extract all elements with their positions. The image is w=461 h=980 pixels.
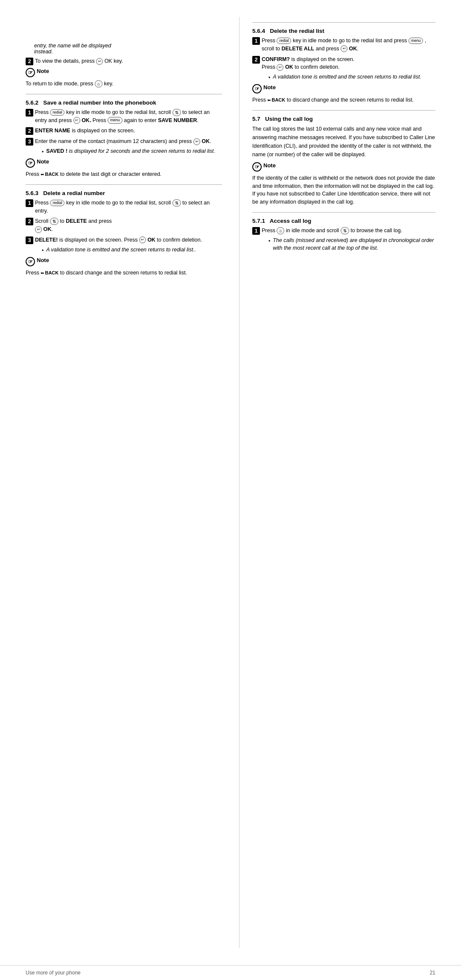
bullet-dot-3: • bbox=[268, 74, 270, 82]
section-563: 5.6.3 Delete a redial number 1 Press red… bbox=[26, 190, 222, 277]
section-57-heading: 5.7 Using the call log bbox=[252, 116, 435, 122]
s562-step1-num: 1 bbox=[26, 109, 33, 117]
footer-right: 21 bbox=[430, 970, 435, 976]
s563-bullet: • A validation tone is emitted and the s… bbox=[35, 246, 222, 254]
s564-delete-all: DELETE ALL bbox=[282, 46, 315, 52]
back-btn-2: ⬅ BACK bbox=[41, 269, 58, 277]
step-num-2: 2 bbox=[26, 58, 33, 65]
scroll-key-2: ⇅ bbox=[172, 199, 181, 207]
back-arrow-icon-2: ⬅ bbox=[41, 270, 44, 276]
s563-step3-num: 3 bbox=[26, 236, 33, 244]
note3-press: Press bbox=[26, 270, 39, 276]
s563-ok-conf: OK bbox=[147, 237, 155, 243]
s563-step2-num: 2 bbox=[26, 218, 33, 225]
s563-step1-press: Press bbox=[35, 200, 49, 206]
s562-step1-press: Press bbox=[35, 109, 49, 115]
note2-symbol: ☞ bbox=[26, 158, 35, 168]
section-571-heading: 5.7.1 Access call log bbox=[252, 218, 435, 224]
s562-step1-content: Press redial key in idle mode to go to t… bbox=[35, 108, 222, 125]
section-57-number: 5.7 bbox=[252, 116, 260, 122]
bullet-dot-4: • bbox=[268, 237, 270, 245]
divider-4 bbox=[252, 110, 435, 111]
s562-again: again to enter bbox=[124, 117, 158, 123]
section-564-number: 5.6.4 bbox=[252, 28, 265, 34]
section-563-heading: 5.6.3 Delete a redial number bbox=[26, 190, 222, 196]
s571-step1-num: 1 bbox=[252, 227, 260, 235]
s562-press: Press bbox=[93, 117, 108, 123]
note3-text: Press ⬅ BACK to discard change and the s… bbox=[26, 269, 222, 277]
note2-text: Press ⬅ BACK to delete the last digit or… bbox=[26, 170, 222, 178]
note4-press: Press bbox=[252, 97, 266, 103]
ok-circle-5: ↩ bbox=[341, 45, 347, 52]
menu-key-2: menu bbox=[408, 38, 423, 44]
ok-btn-5: ↩ bbox=[341, 45, 347, 52]
ok-circle-4: ↩ bbox=[139, 236, 146, 243]
note5-symbol: ☞ bbox=[252, 162, 262, 172]
s564-step1: 1 Press redial key in idle mode to go to… bbox=[252, 37, 435, 53]
bullet-dot-2: • bbox=[42, 247, 44, 254]
s562-ok-label: OK. bbox=[82, 117, 93, 123]
content-area: entry, the name will be displayed instea… bbox=[0, 0, 461, 965]
s564-bullet: • A validation tone is emitted and the s… bbox=[262, 73, 435, 82]
divider-3 bbox=[252, 22, 435, 23]
s562-step2: 2 ENTER NAME is displayed on the screen. bbox=[26, 127, 222, 135]
note4-symbol: ☞ bbox=[252, 84, 262, 93]
s563-delete-excl: DELETE! bbox=[35, 237, 58, 243]
s562-step2-content: ENTER NAME is displayed on the screen. bbox=[35, 127, 222, 135]
ok-circle-3: ↩ bbox=[35, 226, 42, 233]
note3-label: Note bbox=[37, 257, 49, 263]
back-label-1: BACK bbox=[45, 171, 58, 178]
section-571: 5.7.1 Access call log 1 Press ⌂ in idle … bbox=[252, 218, 435, 252]
section-564-heading: 5.6.4 Delete the redial list bbox=[252, 28, 435, 34]
s564-step2-press: Press bbox=[262, 64, 275, 70]
ok-circle-1: ↩ bbox=[73, 117, 80, 124]
s562-step1: 1 Press redial key in idle mode to go to… bbox=[26, 108, 222, 125]
s562-step3-text: Enter the name of the contact (maximum 1… bbox=[35, 138, 192, 144]
note3-text2: to discard change and the screen returns… bbox=[60, 270, 187, 276]
back-btn-3: ⬅ BACK bbox=[267, 96, 285, 104]
s563-step3-text: is displayed on the screen. Press bbox=[59, 237, 137, 243]
section-563-title: Delete a redial number bbox=[43, 190, 105, 196]
back-btn-1: ⬅ BACK bbox=[41, 171, 58, 178]
s562-step1-cont: key in idle mode to go to the redial lis… bbox=[66, 109, 172, 115]
back-label-2: BACK bbox=[45, 269, 58, 277]
bullet-dot: • bbox=[42, 148, 44, 156]
note1-text-content: To return to idle mode, press bbox=[26, 81, 93, 87]
ok-circle-icon: ↩ bbox=[96, 58, 103, 65]
s563-step1: 1 Press redial key in idle mode to go to… bbox=[26, 199, 222, 215]
s562-ok2: OK bbox=[202, 138, 210, 144]
ok-btn-3: ↩ bbox=[35, 226, 42, 233]
s563-step1-content: Press redial key in idle mode to go to t… bbox=[35, 199, 222, 215]
section-57-intro: The call log stores the last 10 external… bbox=[252, 125, 435, 159]
section-564: 5.6.4 Delete the redial list 1 Press red… bbox=[252, 22, 435, 104]
divider-1 bbox=[26, 94, 222, 94]
s562-enter-name: ENTER NAME bbox=[35, 128, 70, 134]
section-562-number: 5.6.2 bbox=[26, 99, 38, 106]
intro-line: entry, the name will be displayed instea… bbox=[26, 43, 222, 55]
s564-ok2: OK bbox=[285, 64, 293, 70]
note2-text2: to delete the last digit or character en… bbox=[60, 171, 162, 177]
s562-step2-num: 2 bbox=[26, 127, 33, 135]
menu-key-1: menu bbox=[108, 117, 123, 124]
ok-button-inline: ↩ bbox=[96, 58, 103, 65]
s563-ok-label: OK bbox=[43, 226, 51, 232]
section-562-title: Save a redial number into the phonebook bbox=[43, 99, 156, 106]
ok-circle-2: ↩ bbox=[193, 138, 200, 145]
s563-step3-end: to confirm deletion. bbox=[157, 237, 202, 243]
s564-press: Press bbox=[262, 38, 275, 44]
intro-block: entry, the name will be displayed instea… bbox=[26, 43, 222, 88]
s564-confirm: CONFIRM? bbox=[262, 56, 290, 62]
s564-step2-num: 2 bbox=[252, 56, 260, 64]
intro-line1: entry, the name will be displayed bbox=[34, 43, 111, 49]
note4-row: ☞ Note bbox=[252, 84, 435, 93]
s564-step2-end: to confirm deletion. bbox=[295, 64, 340, 70]
s571-press: Press bbox=[262, 228, 275, 233]
section-563-number: 5.6.3 bbox=[26, 190, 38, 196]
s562-step3-num: 3 bbox=[26, 138, 33, 146]
s563-step1-num: 1 bbox=[26, 199, 33, 207]
note4-text: Press ⬅ BACK to discard change and the s… bbox=[252, 96, 435, 104]
note4-label: Note bbox=[263, 84, 276, 90]
note3-symbol: ☞ bbox=[26, 257, 35, 266]
section-571-title: Access call log bbox=[270, 218, 312, 224]
s562-bullet-text: SAVED ! is displayed for 2 seconds and t… bbox=[46, 147, 215, 155]
